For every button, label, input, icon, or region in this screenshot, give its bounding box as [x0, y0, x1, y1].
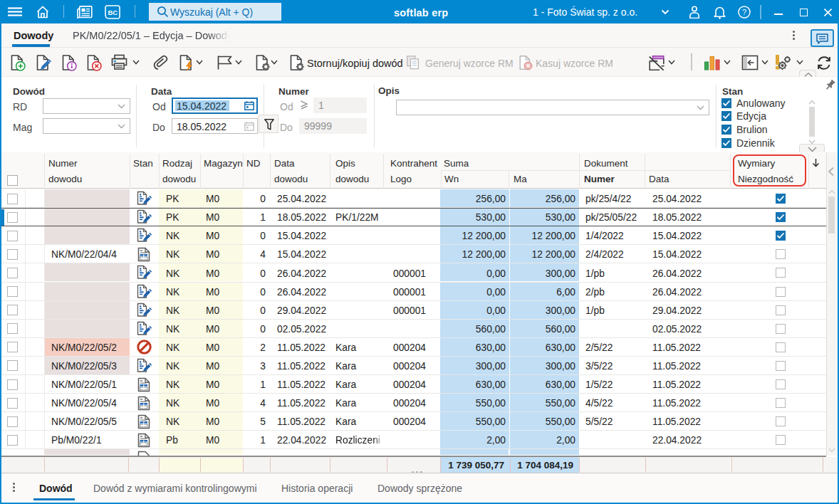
svg-text:BC: BC — [108, 9, 118, 16]
svg-text:?: ? — [742, 8, 746, 16]
